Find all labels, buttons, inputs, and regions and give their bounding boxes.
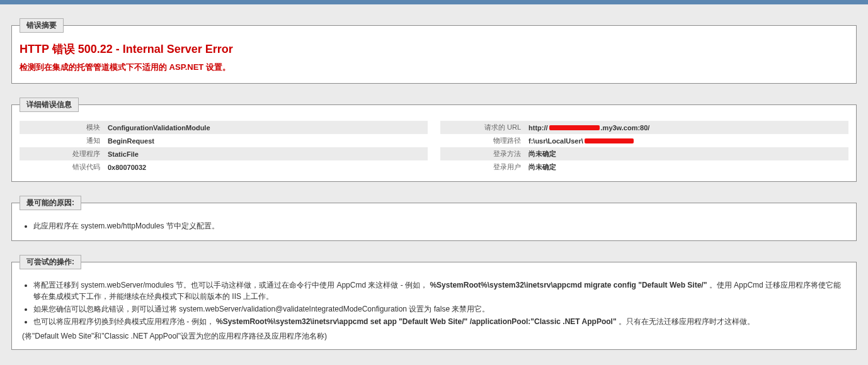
error-subtitle: 检测到在集成的托管管道模式下不适用的 ASP.NET 设置。	[20, 62, 848, 73]
error-title: HTTP 错误 500.22 - Internal Server Error	[20, 42, 848, 57]
try-note: (将"Default Web Site"和"Classic .NET AppPo…	[20, 331, 848, 342]
try-item-migrate: 将配置迁移到 system.webServer/modules 节。也可以手动这…	[33, 279, 848, 302]
detail-label: 处理程序	[20, 149, 105, 159]
try-text: 将配置迁移到 system.webServer/modules 节。也可以手动这…	[33, 281, 428, 289]
detail-row-module: 模块 ConfigurationValidationModule	[20, 121, 428, 134]
detail-label: 登录用户	[440, 162, 526, 172]
try-legend: 可尝试的操作:	[20, 255, 81, 269]
detail-label: 通知	[20, 136, 105, 145]
try-item-classic: 也可以将应用程序切换到经典模式应用程序池 - 例如， %SystemRoot%\…	[33, 316, 848, 327]
detail-value: ConfigurationValidationModule	[105, 124, 428, 132]
detail-value: http:// .my3w.com:80/	[526, 124, 848, 132]
details-right-column: 请求的 URL http:// .my3w.com:80/ 物理路径 f:\us…	[440, 121, 848, 174]
redacted-folder	[585, 138, 634, 143]
causes-list: 此应用程序在 system.web/httpModules 节中定义配置。	[20, 220, 848, 232]
detail-row-url: 请求的 URL http:// .my3w.com:80/	[440, 121, 848, 134]
detail-value: BeginRequest	[105, 137, 428, 145]
error-details-box: 详细错误信息 模块 ConfigurationValidationModule …	[11, 98, 857, 182]
detail-row-path: 物理路径 f:\usr\LocalUser\	[440, 134, 848, 147]
error-details-legend: 详细错误信息	[20, 98, 79, 112]
try-item-disable: 如果您确信可以忽略此错误，则可以通过将 system.webServer/val…	[33, 303, 848, 315]
cause-item: 此应用程序在 system.web/httpModules 节中定义配置。	[33, 220, 848, 232]
likely-causes-box: 最可能的原因: 此应用程序在 system.web/httpModules 节中…	[11, 196, 857, 241]
detail-row-login: 登录方法 尚未确定	[440, 147, 848, 160]
try-command: %SystemRoot%\system32\inetsrv\appcmd mig…	[430, 281, 707, 289]
top-accent-bar	[0, 0, 868, 4]
error-summary-legend: 错误摘要	[20, 18, 64, 33]
detail-row-user: 登录用户 尚未确定	[440, 160, 848, 174]
url-prefix: http://	[528, 124, 548, 132]
detail-row-handler: 处理程序 StaticFile	[20, 147, 428, 160]
redacted-host	[549, 125, 600, 130]
url-suffix: .my3w.com:80/	[601, 124, 650, 132]
likely-causes-legend: 最可能的原因:	[20, 196, 81, 210]
detail-value: 尚未确定	[526, 149, 848, 159]
detail-value: f:\usr\LocalUser\	[526, 137, 848, 145]
try-box: 可尝试的操作: 将配置迁移到 system.webServer/modules …	[11, 255, 857, 350]
try-text: 。只有在无法迁移应用程序时才这样做。	[619, 317, 755, 326]
detail-label: 物理路径	[440, 136, 526, 145]
detail-label: 错误代码	[20, 162, 105, 172]
detail-label: 请求的 URL	[440, 123, 526, 132]
detail-value: 尚未确定	[526, 162, 848, 172]
detail-label: 模块	[20, 123, 105, 132]
details-left-column: 模块 ConfigurationValidationModule 通知 Begi…	[20, 121, 428, 174]
try-text: 也可以将应用程序切换到经典模式应用程序池 - 例如，	[33, 317, 214, 326]
try-command: %SystemRoot%\system32\inetsrv\appcmd set…	[216, 317, 617, 326]
path-prefix: f:\usr\LocalUser\	[528, 137, 583, 145]
detail-value: StaticFile	[105, 150, 428, 158]
detail-label: 登录方法	[440, 149, 526, 159]
try-list: 将配置迁移到 system.webServer/modules 节。也可以手动这…	[20, 279, 848, 327]
detail-row-notify: 通知 BeginRequest	[20, 134, 428, 147]
detail-value: 0x80070032	[105, 164, 428, 171]
detail-row-errcode: 错误代码 0x80070032	[20, 160, 428, 174]
error-summary-box: 错误摘要 HTTP 错误 500.22 - Internal Server Er…	[11, 18, 857, 84]
